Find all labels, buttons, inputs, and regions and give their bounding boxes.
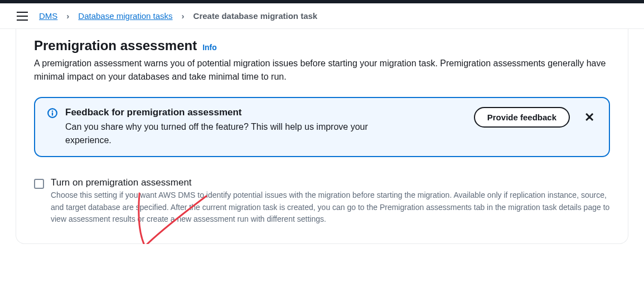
svg-rect-2: [52, 111, 53, 112]
provide-feedback-button[interactable]: Provide feedback: [474, 107, 570, 128]
alert-title: Feedback for premigration assessment: [65, 107, 466, 118]
breadcrumb-link-tasks[interactable]: Database migration tasks: [78, 11, 172, 21]
info-icon: [47, 108, 57, 120]
checkbox-description: Choose this setting if you want AWS DMS …: [51, 189, 610, 226]
feedback-alert: Feedback for premigration assessment Can…: [34, 97, 610, 157]
chevron-right-icon: ›: [182, 11, 185, 21]
section-description: A premigration assessment warns you of p…: [34, 57, 610, 84]
breadcrumb-bar: DMS › Database migration tasks › Create …: [0, 3, 644, 29]
section-title: Premigration assessment: [34, 38, 197, 53]
hamburger-menu-icon[interactable]: [17, 12, 28, 21]
premigration-checkbox[interactable]: [34, 179, 44, 189]
close-icon[interactable]: ✕: [582, 108, 597, 127]
checkbox-label: Turn on premigration assessment: [51, 177, 610, 188]
premigration-checkbox-row: Turn on premigration assessment Choose t…: [34, 177, 610, 226]
alert-text: Can you share why you turned off the fea…: [65, 120, 377, 147]
breadcrumb: DMS › Database migration tasks › Create …: [39, 11, 317, 21]
breadcrumb-current: Create database migration task: [193, 11, 318, 21]
breadcrumb-link-dms[interactable]: DMS: [39, 11, 57, 21]
info-link[interactable]: Info: [202, 43, 217, 52]
premigration-panel: Premigration assessment Info A premigrat…: [16, 29, 628, 244]
svg-rect-1: [52, 113, 53, 116]
chevron-right-icon: ›: [66, 11, 69, 21]
